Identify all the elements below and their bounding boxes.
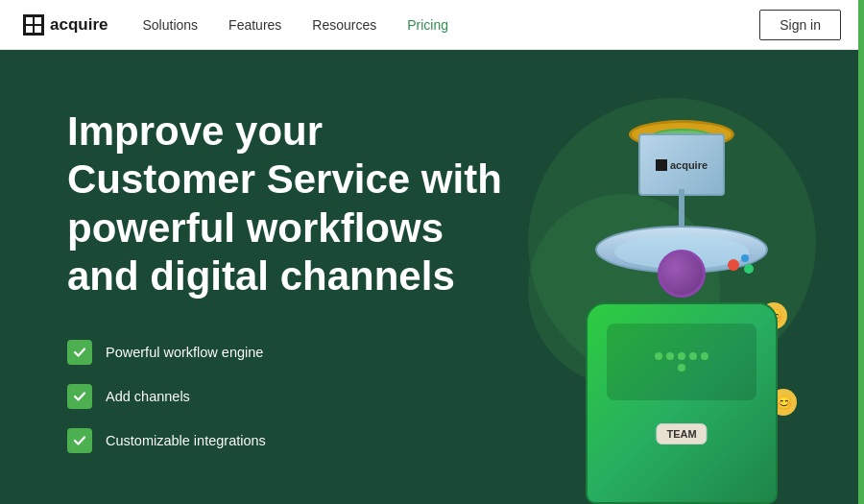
right-accent-bar [858,0,864,504]
robot-top-cylinder: acquire [629,120,734,197]
check-icon-1 [67,340,92,365]
feature-label-3: Customizable integrations [106,433,266,448]
navbar-right: Sign in [759,10,841,40]
feature-item-3: Customizable integrations [67,428,502,453]
svg-rect-1 [35,17,41,24]
logo[interactable]: acquire [23,14,108,36]
nav-item-pricing[interactable]: Pricing [407,16,448,34]
sign-in-button[interactable]: Sign in [759,10,841,40]
nav-link-features[interactable]: Features [228,17,281,33]
navbar-left: acquire Solutions Features Resources Pri… [23,14,448,36]
nav-link-resources[interactable]: Resources [312,17,376,33]
nav-item-resources[interactable]: Resources [312,16,376,34]
orb-blue [741,254,749,262]
body-dot [701,352,708,360]
logo-text: acquire [50,15,108,35]
body-dot [666,352,674,360]
check-icon-3 [67,428,92,453]
robot: acquire 😊 😊 😊 😊 [518,101,845,504]
nav-link-pricing[interactable]: Pricing [407,17,448,33]
nav-item-features[interactable]: Features [228,16,281,34]
hero-title: Improve yourCustomer Service withpowerfu… [67,108,502,301]
hero-section: Improve yourCustomer Service withpowerfu… [0,50,864,504]
body-dot [689,352,697,360]
cylinder-logo: acquire [656,159,708,171]
orb-green [744,264,754,274]
cylinder-logo-icon [656,159,667,171]
svg-rect-2 [26,26,33,33]
nav-item-solutions[interactable]: Solutions [142,16,198,34]
head-center-orb [658,250,706,298]
nav-links: Solutions Features Resources Pricing [142,16,448,34]
hero-features: Powerful workflow engine Add channels Cu… [67,340,502,453]
feature-label-1: Powerful workflow engine [106,345,263,360]
navbar: acquire Solutions Features Resources Pri… [0,0,864,50]
feature-item-2: Add channels [67,384,502,409]
nav-link-solutions[interactable]: Solutions [142,17,198,33]
orb-red [728,259,739,271]
robot-illustration: acquire 😊 😊 😊 😊 [518,101,845,504]
robot-body-detail [607,324,756,400]
feature-item-1: Powerful workflow engine [67,340,502,365]
hero-content: Improve yourCustomer Service withpowerfu… [0,50,502,453]
logo-icon [23,14,44,36]
body-dot [655,352,662,360]
robot-body: TEAM [586,302,778,504]
robot-body-dots [653,352,710,372]
feature-label-2: Add channels [106,389,190,404]
team-badge: TEAM [656,423,707,444]
check-icon-2 [67,384,92,409]
body-dot [678,364,685,372]
svg-rect-0 [26,17,33,24]
cylinder-logo-text: acquire [670,159,708,171]
body-dot [678,352,685,360]
svg-rect-3 [35,26,41,33]
cylinder-body: acquire [638,133,725,196]
